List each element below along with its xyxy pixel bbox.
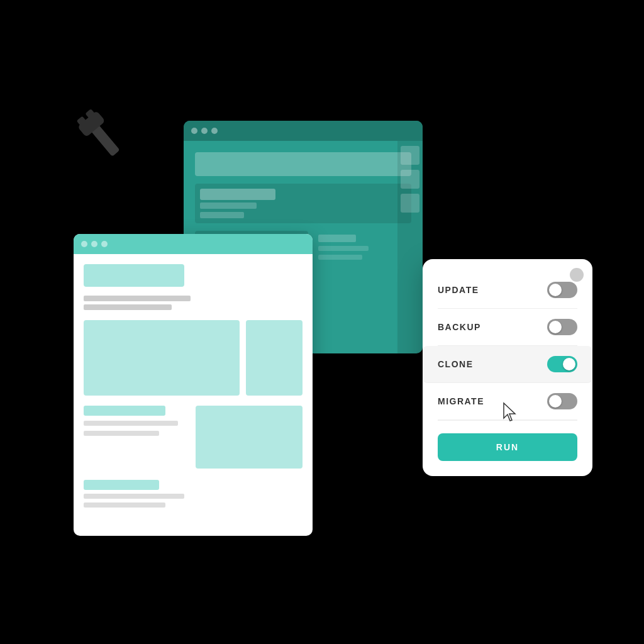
front-block-left [84, 320, 240, 396]
front-mid-section [84, 320, 303, 396]
run-button[interactable]: RUN [438, 433, 577, 461]
front-footer-section [84, 480, 303, 508]
front-dot-1 [81, 241, 87, 247]
front-text-lines [84, 296, 303, 310]
back-browser-titlebar [184, 121, 423, 141]
main-scene: UPDATE BACKUP CLONE MIGRAT [39, 70, 605, 574]
backup-toggle-thumb [549, 321, 562, 333]
backup-row: BACKUP [438, 309, 577, 346]
front-bottom-left [84, 406, 189, 469]
front-line-2 [84, 304, 172, 310]
sidebar-item-1 [401, 146, 419, 165]
clone-label: CLONE [438, 359, 474, 369]
front-dot-3 [101, 241, 108, 247]
window-dot-1 [191, 128, 197, 134]
migrate-toggle-thumb [549, 395, 562, 408]
front-browser-titlebar [74, 234, 313, 254]
window-dot-3 [211, 128, 218, 134]
clone-toggle[interactable] [547, 356, 577, 372]
clone-toggle-thumb [563, 358, 575, 370]
control-panel: UPDATE BACKUP CLONE MIGRAT [423, 259, 592, 476]
back-label-1 [200, 189, 275, 200]
front-line-1 [84, 296, 191, 301]
back-line-1 [200, 203, 257, 209]
back-line-2 [200, 212, 244, 218]
front-dot-2 [91, 241, 97, 247]
front-block-right [246, 320, 303, 396]
cursor-arrow-icon [501, 402, 519, 425]
front-footer-line-1 [84, 494, 184, 499]
wrench-icon [77, 102, 140, 184]
backup-label: BACKUP [438, 322, 481, 332]
sidebar-item-2 [401, 170, 419, 189]
front-bottom-label [84, 406, 165, 416]
migrate-label: MIGRATE [438, 396, 484, 406]
window-dot-2 [201, 128, 208, 134]
front-browser-content [74, 254, 313, 518]
front-bottom-line-1 [84, 421, 178, 426]
sidebar-item-3 [401, 194, 419, 213]
back-row-1 [195, 184, 411, 223]
front-bottom-line-2 [84, 431, 159, 436]
front-footer-line-2 [84, 502, 165, 508]
migrate-toggle[interactable] [547, 393, 577, 409]
front-footer-label [84, 480, 159, 490]
update-toggle[interactable] [547, 282, 577, 298]
update-toggle-thumb [549, 284, 562, 296]
front-bottom-section [84, 406, 303, 469]
clone-row: CLONE [423, 346, 592, 383]
svg-marker-4 [504, 403, 515, 421]
back-browser-sidebar [397, 141, 423, 353]
front-bottom-right [196, 406, 303, 469]
back-lines-1 [200, 203, 406, 218]
front-header-block [84, 264, 184, 287]
update-row: UPDATE [438, 272, 577, 309]
front-browser-window [74, 234, 313, 536]
update-label: UPDATE [438, 285, 479, 295]
back-header-bar [195, 152, 411, 176]
panel-close-button[interactable] [570, 268, 584, 282]
backup-toggle[interactable] [547, 319, 577, 335]
